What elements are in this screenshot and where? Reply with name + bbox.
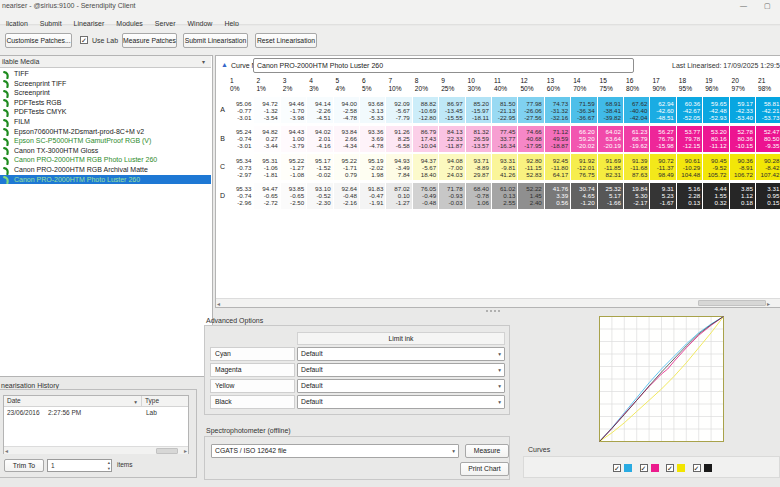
patch-cell[interactable]: 94.431.00-3.79 xyxy=(281,126,306,152)
patch-cell[interactable]: 87.020.10-1.27 xyxy=(386,183,411,209)
media-list-item[interactable]: Epson SC-P5000HTM GamutProof RGB (V) xyxy=(0,136,211,146)
scroll-right-icon[interactable]: ▸ xyxy=(767,300,770,308)
patch-cell[interactable]: 84.1322.33-11.87 xyxy=(439,126,464,152)
curve-name-input[interactable] xyxy=(253,58,634,73)
patch-cell[interactable]: 76.05-0.49-0.48 xyxy=(413,183,438,209)
patch-cell[interactable]: 93.842.66-4.34 xyxy=(334,126,359,152)
patch-cell[interactable]: 91.83-0.47-1.91 xyxy=(360,183,385,209)
scroll-left-icon[interactable]: ◂ xyxy=(217,300,220,308)
history-type-column-header[interactable]: Type xyxy=(142,396,188,407)
patch-cell[interactable]: 91.69-11.8582.31 xyxy=(598,154,623,180)
patch-cell[interactable]: 9.315.23-1.67 xyxy=(650,183,675,209)
patch-cell[interactable]: 67.62-40.40-42.04 xyxy=(624,97,649,123)
scroll-right-icon[interactable]: ▸ xyxy=(184,447,187,455)
media-list-item[interactable]: Canon PRO-2000HTM Photo Luster 260 xyxy=(0,175,211,185)
history-row-type[interactable]: Lab xyxy=(146,409,157,417)
patch-cell[interactable]: 61.020.132.55 xyxy=(492,183,517,209)
patch-cell[interactable]: 93.85-0.65-2.50 xyxy=(281,183,306,209)
patch-cell[interactable]: 58.81-42.21-53.73 xyxy=(756,97,780,123)
patch-cell[interactable]: 53.7779.78-12.15 xyxy=(677,126,702,152)
patch-cell[interactable]: 62.94-42.60-48.51 xyxy=(650,97,675,123)
customise-patches-button[interactable]: Customise Patches... xyxy=(5,33,72,48)
patch-cell[interactable]: 94.93-3.497.84 xyxy=(386,154,411,180)
patch-cell[interactable]: 77.98-26.06-27.56 xyxy=(518,97,543,123)
media-list-item[interactable]: Canon PRO-2000HTM RGB Photo Luster 260 xyxy=(0,155,211,165)
media-list-item[interactable]: FILM xyxy=(0,117,211,127)
use-lab-checkbox[interactable]: ✓ xyxy=(80,36,88,44)
splitter-handle[interactable] xyxy=(486,310,488,312)
trim-to-button[interactable]: Trim To xyxy=(4,459,44,472)
patch-cell[interactable]: 25.325.17-1.66 xyxy=(598,183,623,209)
patch-cell[interactable]: 68.91-38.41-39.82 xyxy=(598,97,623,123)
history-horizontal-scrollbar[interactable]: ◂ ▸ xyxy=(4,446,188,454)
patch-cell[interactable]: 81.50-21.13-22.95 xyxy=(492,97,517,123)
scrollbar-thumb[interactable] xyxy=(698,300,766,306)
patch-cell[interactable]: 92.64-0.48-2.16 xyxy=(334,183,359,209)
curve-visibility-checkbox[interactable]: ✓ xyxy=(693,464,701,472)
measure-button[interactable]: Measure xyxy=(465,444,509,458)
patch-cell[interactable]: 90.45-9.52105.72 xyxy=(703,154,728,180)
limit-ink-select-magenta[interactable]: Default▾ xyxy=(297,363,505,377)
patch-cell[interactable]: 94.00-2.58-4.78 xyxy=(334,97,359,123)
patch-cell[interactable]: 81.3226.59-13.57 xyxy=(466,126,491,152)
patch-cell[interactable]: 93.68-3.13-5.33 xyxy=(360,97,385,123)
submit-linearisation-button[interactable]: Submit Linearisation xyxy=(183,33,248,48)
patch-cell[interactable]: 95.06-0.77-3.01 xyxy=(228,97,253,123)
spin-down-icon[interactable]: ▾ xyxy=(108,466,110,471)
patch-cell[interactable]: 95.33-0.74-2.96 xyxy=(228,183,253,209)
patch-table-horizontal-scrollbar[interactable]: ◂ ▸ xyxy=(216,298,780,307)
patch-cell[interactable]: 90.61-10.29104.48 xyxy=(677,154,702,180)
spectrophotometer-select[interactable]: CGATS / ISO 12642 file ▾ xyxy=(211,444,459,458)
curve-visibility-checkbox[interactable]: ✓ xyxy=(666,464,674,472)
limit-ink-select-black[interactable]: Default▾ xyxy=(297,395,505,409)
patch-cell[interactable]: 71.1249.59-18.87 xyxy=(545,126,570,152)
patch-cell[interactable]: 52.221.452.40 xyxy=(518,183,543,209)
patch-cell[interactable]: 59.65-42.48-52.93 xyxy=(703,97,728,123)
patch-cell[interactable]: 95.17-1.52-0.02 xyxy=(307,154,332,180)
patch-cell[interactable]: 93.363.69-4.78 xyxy=(360,126,385,152)
patch-cell[interactable]: 3.851.120.18 xyxy=(730,183,755,209)
patch-cell[interactable]: 86.7917.43-10.04 xyxy=(413,126,438,152)
patch-cell[interactable]: 90.28-8.42107.42 xyxy=(756,154,780,180)
patch-cell[interactable]: 68.40-0.781.06 xyxy=(466,183,491,209)
patch-cell[interactable]: 86.97-13.45-15.55 xyxy=(439,97,464,123)
patch-cell[interactable]: 3.310.950.15 xyxy=(756,183,780,209)
patch-cell[interactable]: 41.763.390.56 xyxy=(545,183,570,209)
patch-cell[interactable]: 59.17-42.33-53.40 xyxy=(730,97,755,123)
patch-cell[interactable]: 93.71-8.8929.87 xyxy=(466,154,491,180)
patch-cell[interactable]: 94.820.27-3.44 xyxy=(254,126,279,152)
patch-cell[interactable]: 90.36-8.91106.72 xyxy=(730,154,755,180)
media-list-item[interactable]: PDFTests RGB xyxy=(0,98,211,108)
patch-cell[interactable]: 92.80-11.1552.83 xyxy=(518,154,543,180)
patch-cell[interactable]: 94.72-1.32-3.54 xyxy=(254,97,279,123)
patch-cell[interactable]: 88.82-10.69-12.80 xyxy=(413,97,438,123)
patch-cell[interactable]: 66.2059.20-20.02 xyxy=(571,126,596,152)
patch-cell[interactable]: 77.4533.77-16.34 xyxy=(492,126,517,152)
patch-cell[interactable]: 94.08-7.0024.03 xyxy=(439,154,464,180)
patch-cell[interactable]: 52.4780.50-9.35 xyxy=(756,126,780,152)
patch-cell[interactable]: 74.6640.68-17.95 xyxy=(518,126,543,152)
patch-cell[interactable]: 95.22-1.27-1.08 xyxy=(281,154,306,180)
spin-up-icon[interactable]: ▴ xyxy=(108,460,110,465)
patch-cell[interactable]: 91.92-12.0176.75 xyxy=(571,154,596,180)
print-chart-button[interactable]: Print Chart xyxy=(460,462,509,476)
patch-cell[interactable]: 93.31-9.8141.26 xyxy=(492,154,517,180)
reset-linearisation-button[interactable]: Reset Linearisation xyxy=(255,33,317,48)
patch-cell[interactable]: 71.78-0.93-0.03 xyxy=(439,183,464,209)
media-list-item[interactable]: Screenprint xyxy=(0,88,211,98)
media-list-item[interactable]: Epson70600HTM-2Dsmart-prod-8C+M v2 xyxy=(0,127,211,137)
patch-cell[interactable]: 94.022.01-4.16 xyxy=(307,126,332,152)
patch-cell[interactable]: 91.268.25-6.58 xyxy=(386,126,411,152)
limit-ink-select-yellow[interactable]: Default▾ xyxy=(297,379,505,393)
scrollbar-thumb[interactable] xyxy=(156,448,178,454)
trim-count-spinner[interactable]: 1 ▴ ▾ xyxy=(47,459,112,472)
measure-patches-button[interactable]: Measure Patches xyxy=(122,33,177,48)
media-list-item[interactable]: Screenprint TIFF xyxy=(0,79,211,89)
scroll-left-icon[interactable]: ◂ xyxy=(5,447,8,455)
minimize-icon[interactable]: — xyxy=(740,2,747,9)
patch-cell[interactable]: 64.0263.64-20.19 xyxy=(598,126,623,152)
curve-visibility-checkbox[interactable]: ✓ xyxy=(640,464,648,472)
patch-cell[interactable]: 92.45-11.8064.17 xyxy=(545,154,570,180)
patch-cell[interactable]: 95.22-1.710.79 xyxy=(334,154,359,180)
patch-cell[interactable]: 19.845.30-2.17 xyxy=(624,183,649,209)
